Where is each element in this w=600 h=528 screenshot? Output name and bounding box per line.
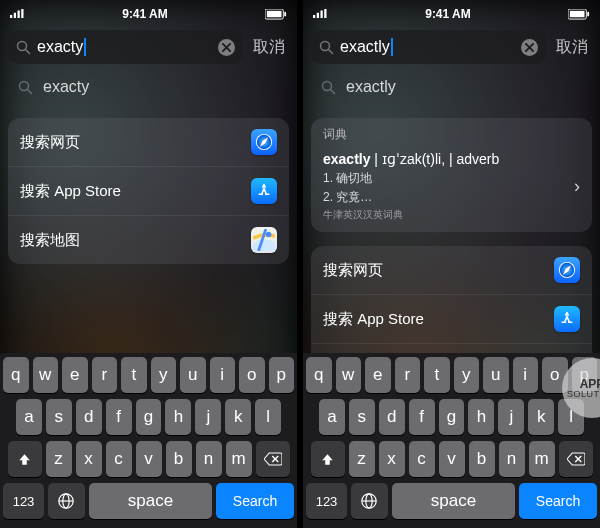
key-z[interactable]: z xyxy=(46,441,72,477)
key-backspace[interactable] xyxy=(256,441,290,477)
key-u[interactable]: u xyxy=(180,357,206,393)
status-time: 9:41 AM xyxy=(425,7,471,21)
key-p[interactable]: p xyxy=(572,357,598,393)
key-123[interactable]: 123 xyxy=(3,483,44,519)
key-d[interactable]: d xyxy=(76,399,102,435)
key-y[interactable]: y xyxy=(454,357,480,393)
search-maps-row[interactable]: 搜索地图 xyxy=(8,215,289,264)
key-123[interactable]: 123 xyxy=(306,483,347,519)
safari-icon xyxy=(251,129,277,155)
key-g[interactable]: g xyxy=(136,399,162,435)
svg-line-8 xyxy=(26,49,30,53)
svg-line-12 xyxy=(28,89,32,93)
key-r[interactable]: r xyxy=(395,357,421,393)
suggestion-row[interactable]: exactly xyxy=(311,70,592,110)
status-bar: 9:41 AM xyxy=(0,0,297,24)
key-f[interactable]: f xyxy=(106,399,132,435)
search-icon xyxy=(18,80,33,95)
keyboard-row-2: a s d f g h j k l xyxy=(306,399,597,435)
key-c[interactable]: c xyxy=(106,441,132,477)
key-h[interactable]: h xyxy=(468,399,494,435)
key-space[interactable]: space xyxy=(89,483,212,519)
key-t[interactable]: t xyxy=(121,357,147,393)
suggestion-text: exactly xyxy=(346,78,396,96)
keyboard[interactable]: q w e r t y u i o p a s d f g h xyxy=(0,353,297,528)
key-y[interactable]: y xyxy=(151,357,177,393)
search-appstore-row[interactable]: 搜索 App Store xyxy=(8,166,289,215)
svg-rect-25 xyxy=(317,13,319,18)
svg-rect-6 xyxy=(284,11,286,16)
key-backspace[interactable] xyxy=(559,441,593,477)
key-t[interactable]: t xyxy=(424,357,450,393)
clear-button[interactable] xyxy=(521,39,538,56)
key-x[interactable]: x xyxy=(379,441,405,477)
appstore-icon xyxy=(251,178,277,204)
key-search[interactable]: Search xyxy=(216,483,294,519)
suggestion-row[interactable]: exacty xyxy=(8,70,289,110)
key-w[interactable]: w xyxy=(336,357,362,393)
svg-rect-0 xyxy=(10,15,12,18)
text-caret xyxy=(391,38,393,56)
key-j[interactable]: j xyxy=(498,399,524,435)
key-space[interactable]: space xyxy=(392,483,515,519)
search-web-row[interactable]: 搜索网页 xyxy=(311,246,592,294)
key-search[interactable]: Search xyxy=(519,483,597,519)
key-z[interactable]: z xyxy=(349,441,375,477)
key-h[interactable]: h xyxy=(165,399,191,435)
key-u[interactable]: u xyxy=(483,357,509,393)
dictionary-card[interactable]: 词典 exactly | ɪɡˈzak(t)li, | adverb 1. 确切… xyxy=(311,118,592,232)
key-a[interactable]: a xyxy=(16,399,42,435)
key-r[interactable]: r xyxy=(92,357,118,393)
clear-button[interactable] xyxy=(218,39,235,56)
key-b[interactable]: b xyxy=(166,441,192,477)
key-i[interactable]: i xyxy=(513,357,539,393)
search-appstore-row[interactable]: 搜索 App Store xyxy=(311,294,592,343)
search-field[interactable]: exactly xyxy=(311,30,546,64)
key-n[interactable]: n xyxy=(499,441,525,477)
key-o[interactable]: o xyxy=(542,357,568,393)
key-q[interactable]: q xyxy=(3,357,29,393)
comparison-container: 9:41 AM exacty xyxy=(0,0,600,528)
keyboard-row-1: q w e r t y u i o p xyxy=(306,357,597,393)
keyboard-row-1: q w e r t y u i o p xyxy=(3,357,294,393)
key-v[interactable]: v xyxy=(136,441,162,477)
key-e[interactable]: e xyxy=(62,357,88,393)
key-e[interactable]: e xyxy=(365,357,391,393)
key-n[interactable]: n xyxy=(196,441,222,477)
keyboard[interactable]: q w e r t y u i o p a s d f g h xyxy=(303,353,600,528)
search-field[interactable]: exacty xyxy=(8,30,243,64)
key-l[interactable]: l xyxy=(255,399,281,435)
key-f[interactable]: f xyxy=(409,399,435,435)
search-web-row[interactable]: 搜索网页 xyxy=(8,118,289,166)
key-i[interactable]: i xyxy=(210,357,236,393)
key-c[interactable]: c xyxy=(409,441,435,477)
key-m[interactable]: m xyxy=(529,441,555,477)
key-w[interactable]: w xyxy=(33,357,59,393)
key-b[interactable]: b xyxy=(469,441,495,477)
key-g[interactable]: g xyxy=(439,399,465,435)
key-x[interactable]: x xyxy=(76,441,102,477)
key-k[interactable]: k xyxy=(225,399,251,435)
key-p[interactable]: p xyxy=(269,357,295,393)
key-d[interactable]: d xyxy=(379,399,405,435)
key-o[interactable]: o xyxy=(239,357,265,393)
cancel-button[interactable]: 取消 xyxy=(552,37,592,58)
svg-rect-24 xyxy=(313,15,315,18)
cancel-button[interactable]: 取消 xyxy=(249,37,289,58)
key-s[interactable]: s xyxy=(349,399,375,435)
key-v[interactable]: v xyxy=(439,441,465,477)
svg-rect-29 xyxy=(570,10,585,16)
key-shift[interactable] xyxy=(8,441,42,477)
search-input[interactable]: exactly xyxy=(340,38,515,56)
key-k[interactable]: k xyxy=(528,399,554,435)
key-a[interactable]: a xyxy=(319,399,345,435)
search-input[interactable]: exacty xyxy=(37,38,212,56)
key-shift[interactable] xyxy=(311,441,345,477)
key-globe[interactable] xyxy=(351,483,388,519)
key-l[interactable]: l xyxy=(558,399,584,435)
key-m[interactable]: m xyxy=(226,441,252,477)
key-s[interactable]: s xyxy=(46,399,72,435)
key-j[interactable]: j xyxy=(195,399,221,435)
key-globe[interactable] xyxy=(48,483,85,519)
key-q[interactable]: q xyxy=(306,357,332,393)
